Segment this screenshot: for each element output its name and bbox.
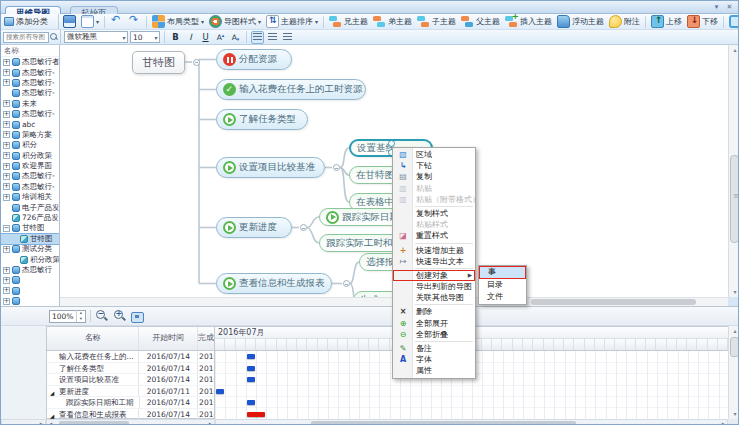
- menu-export-to-new-map[interactable]: 导出到新的导图: [393, 281, 475, 292]
- floating-topic-button[interactable]: 浮动主题: [555, 14, 606, 29]
- insert-topic-button[interactable]: 插入主题: [503, 14, 554, 29]
- collapse-toggle[interactable]: [333, 164, 340, 171]
- tree-item[interactable]: 杰思敏行-: [1, 88, 59, 98]
- child-topic-button[interactable]: 子主题: [415, 14, 458, 29]
- menu-quick-export-text[interactable]: ↦ 快速导出文本: [393, 256, 475, 267]
- expander-icon[interactable]: [3, 183, 10, 190]
- tree-item[interactable]: [1, 275, 59, 285]
- add-category-button[interactable]: 添加分类: [1, 14, 59, 29]
- expander-icon[interactable]: [3, 287, 10, 294]
- expander-icon[interactable]: [3, 163, 10, 170]
- zoom-in-icon[interactable]: [113, 309, 127, 323]
- tree-item[interactable]: 积分: [1, 140, 59, 150]
- bold-button[interactable]: B: [169, 31, 182, 44]
- tree-item[interactable]: 电子产品发: [1, 202, 59, 212]
- collapse-toggle[interactable]: [300, 224, 307, 231]
- tree-item[interactable]: [1, 286, 59, 296]
- root-topic[interactable]: 甘特图: [132, 51, 185, 74]
- submenu-item-event[interactable]: 事: [479, 266, 526, 279]
- tree-item[interactable]: 积分政策: [1, 151, 59, 161]
- panel-collapse-icon[interactable]: [711, 2, 722, 12]
- menu-quick-add-topic[interactable]: + 快速增加主题: [393, 245, 475, 256]
- expander-icon[interactable]: [3, 298, 10, 305]
- canvas-vscroll-thumb[interactable]: [730, 155, 739, 243]
- expander-icon[interactable]: [3, 69, 10, 76]
- 输入花费在任务上的...[interactable]: 输入花费在任务上的... 2016/07/14 2016/0: [47, 351, 214, 363]
- menu-properties[interactable]: 属性: [393, 365, 475, 376]
- tree-item-gantt-selected[interactable]: 甘特图: [1, 234, 59, 244]
- topic-sort-button[interactable]: 主题排序: [264, 14, 320, 29]
- menu-font[interactable]: A 字体: [393, 354, 475, 365]
- expander-icon[interactable]: [3, 267, 10, 274]
- tree-item[interactable]: 未来: [1, 99, 59, 109]
- tree-item[interactable]: 杰思敏行者: [1, 57, 59, 67]
- topic-enter-task-hours[interactable]: 输入花费在任务上的工时资源: [216, 79, 366, 100]
- timeline-vscroll-thumb[interactable]: [730, 337, 739, 357]
- scroll-right-icon[interactable]: [719, 420, 727, 425]
- menu-paste-with-format[interactable]: ▥ 粘贴（附带格式）: [393, 194, 475, 205]
- scroll-right-icon[interactable]: [37, 420, 45, 425]
- font-family-select[interactable]: 微软雅黑: [64, 31, 128, 43]
- menu-expand-all[interactable]: ⊕ 全部展开: [393, 318, 475, 329]
- tree-item[interactable]: 策略方案: [1, 130, 59, 140]
- menu-remark[interactable]: ✎ 备注: [393, 343, 475, 354]
- menu-copy-style[interactable]: 复制样式: [393, 208, 475, 219]
- expander-icon[interactable]: [3, 225, 10, 232]
- move-down-button[interactable]: 下移: [685, 14, 720, 29]
- expander-icon[interactable]: [3, 79, 10, 86]
- gantt-bar[interactable]: [216, 389, 224, 394]
- topic-allocate-resources[interactable]: 分配资源: [216, 49, 292, 70]
- tree-item[interactable]: 欢迎界面: [1, 161, 59, 171]
- row-expander-icon[interactable]: [50, 388, 54, 397]
- tree-item[interactable]: 杰思敏行-: [1, 78, 59, 88]
- younger-sibling-topic-button[interactable]: 弟主题: [371, 14, 414, 29]
- search-input[interactable]: [3, 32, 49, 43]
- font-size-select[interactable]: 10: [130, 31, 160, 43]
- table-hscroll[interactable]: [46, 419, 215, 425]
- tree-item[interactable]: 杰思敏行-: [1, 109, 59, 119]
- expander-icon[interactable]: [3, 277, 10, 284]
- menu-reset-style[interactable]: ◪ 重置样式: [393, 230, 475, 241]
- elder-sibling-topic-button[interactable]: 兄主题: [327, 14, 370, 29]
- tree-item[interactable]: abc: [1, 119, 59, 129]
- zoom-out-icon[interactable]: [95, 309, 109, 323]
- expander-icon[interactable]: [3, 121, 10, 128]
- layout-type-button[interactable]: 布局类型: [150, 14, 206, 29]
- align-left-button[interactable]: [251, 31, 264, 44]
- canvas-vertical-scrollbar[interactable]: ▴ ▾: [728, 45, 739, 297]
- canvas-hscroll-thumb[interactable]: [531, 299, 696, 305]
- underline-button[interactable]: U: [199, 31, 212, 44]
- map-style-button[interactable]: 导图样式: [207, 14, 263, 29]
- align-right-button[interactable]: [281, 31, 294, 44]
- scroll-left-icon[interactable]: [47, 420, 55, 425]
- collapse-toggle[interactable]: [343, 280, 350, 287]
- scroll-right-icon[interactable]: [206, 420, 214, 425]
- tree-item[interactable]: [1, 296, 59, 306]
- tree-item[interactable]: 甘特图: [1, 223, 59, 233]
- grow-font-button[interactable]: A: [214, 31, 227, 44]
- table-hscroll-thumb[interactable]: [59, 421, 129, 425]
- sidebar-hscroll[interactable]: [1, 419, 46, 425]
- tree-item[interactable]: 积分政策: [1, 254, 59, 264]
- tree-item[interactable]: 杰思敏行-: [1, 67, 59, 77]
- expander-icon[interactable]: [3, 100, 10, 107]
- timeline-hscroll-thumb[interactable]: [311, 421, 576, 425]
- gantt-bar[interactable]: [247, 412, 265, 417]
- gantt-bar[interactable]: [247, 354, 255, 359]
- topic-understand-task-types[interactable]: 了解任务类型: [216, 109, 308, 130]
- redo-button[interactable]: [126, 14, 143, 29]
- italic-button[interactable]: I: [184, 31, 197, 44]
- panel-close-icon[interactable]: [724, 2, 735, 12]
- topic-update-progress[interactable]: 更新进度: [216, 217, 292, 238]
- expander-icon[interactable]: [3, 59, 10, 66]
- tree-item[interactable]: 杰思敏行: [1, 265, 59, 275]
- toolbar-button[interactable]: [323, 16, 324, 28]
- row-expander-icon[interactable]: [50, 411, 54, 420]
- expander-icon[interactable]: [3, 173, 10, 180]
- toolbar-button[interactable]: [723, 16, 724, 28]
- gantt-bar[interactable]: [247, 377, 255, 382]
- expander-icon[interactable]: [3, 142, 10, 149]
- timeline-hscroll[interactable]: [215, 419, 728, 425]
- topic-set-project-baseline[interactable]: 设置项目比较基准: [216, 157, 325, 178]
- shrink-font-button[interactable]: A: [229, 31, 242, 44]
